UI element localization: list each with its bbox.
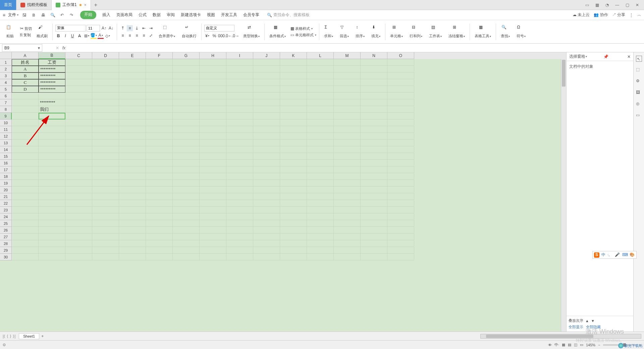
- cell[interactable]: [173, 166, 200, 173]
- cell[interactable]: [226, 227, 253, 234]
- cell[interactable]: [280, 119, 307, 126]
- cell[interactable]: [146, 140, 173, 146]
- cell[interactable]: [280, 146, 307, 153]
- cell[interactable]: [253, 193, 280, 200]
- align-bottom-icon[interactable]: ⤓: [134, 25, 140, 31]
- font-name-select[interactable]: [55, 25, 86, 32]
- cell[interactable]: [200, 153, 226, 160]
- cell[interactable]: [12, 166, 39, 173]
- cell[interactable]: [92, 106, 119, 113]
- cell[interactable]: [226, 220, 253, 227]
- cell[interactable]: [387, 99, 414, 106]
- cell[interactable]: [361, 119, 387, 126]
- percent-icon[interactable]: %: [211, 33, 217, 39]
- cell[interactable]: [119, 160, 146, 166]
- cell[interactable]: [307, 113, 334, 119]
- cell[interactable]: [65, 66, 92, 72]
- grid-icon[interactable]: ▦: [594, 2, 600, 8]
- cell[interactable]: [200, 180, 226, 187]
- cell[interactable]: [387, 72, 414, 79]
- data-cell[interactable]: *********: [39, 72, 65, 79]
- eye-icon[interactable]: 👁: [548, 343, 552, 347]
- cell[interactable]: [226, 166, 253, 173]
- cell[interactable]: [334, 160, 361, 166]
- border-icon[interactable]: ⊞▾: [84, 33, 90, 39]
- cell[interactable]: [65, 166, 92, 173]
- cell[interactable]: [200, 59, 226, 66]
- ribbon-tab-view[interactable]: 视图: [207, 11, 215, 19]
- cell[interactable]: [280, 126, 307, 133]
- cell[interactable]: [307, 180, 334, 187]
- cell[interactable]: [65, 200, 92, 207]
- cell[interactable]: [253, 66, 280, 72]
- paste-button[interactable]: 📋 粘贴: [4, 24, 16, 39]
- cell[interactable]: [361, 99, 387, 106]
- cell[interactable]: [387, 146, 414, 153]
- ime-skin-icon[interactable]: 🎨: [630, 252, 635, 258]
- row-header-18[interactable]: 18: [0, 173, 12, 180]
- cell[interactable]: [65, 180, 92, 187]
- cell[interactable]: [92, 126, 119, 133]
- cell[interactable]: [307, 220, 334, 227]
- cell[interactable]: [361, 126, 387, 133]
- data-cell[interactable]: 工资: [39, 59, 65, 66]
- cell[interactable]: [119, 59, 146, 66]
- cell[interactable]: [387, 79, 414, 86]
- row-header-10[interactable]: 10: [0, 119, 12, 126]
- cell[interactable]: [307, 106, 334, 113]
- ribbon-tab-member[interactable]: 会员专享: [243, 11, 259, 19]
- cell[interactable]: [387, 227, 414, 234]
- italic-icon[interactable]: I: [62, 33, 68, 39]
- cell[interactable]: [146, 227, 173, 234]
- cell[interactable]: [200, 72, 226, 79]
- cell[interactable]: [173, 234, 200, 240]
- cell[interactable]: [334, 93, 361, 99]
- pane-close-icon[interactable]: ✕: [627, 54, 631, 59]
- data-cell[interactable]: 我们: [39, 106, 65, 113]
- clear-format-icon[interactable]: ◇▾: [105, 33, 111, 39]
- inc-decimal-icon[interactable]: .0←: [225, 33, 231, 39]
- cell[interactable]: [226, 93, 253, 99]
- cell[interactable]: [307, 59, 334, 66]
- zoom-value[interactable]: 145%: [586, 343, 595, 347]
- command-search[interactable]: 🔍 查找命令、搜索模板: [265, 11, 312, 19]
- row-header-24[interactable]: 24: [0, 213, 12, 220]
- pointer-icon[interactable]: ↖: [636, 56, 642, 62]
- row-header-19[interactable]: 19: [0, 180, 12, 187]
- cell[interactable]: [39, 254, 65, 260]
- cell[interactable]: [146, 146, 173, 153]
- cell[interactable]: [280, 99, 307, 106]
- settings-icon[interactable]: ⚙: [636, 79, 642, 85]
- cell[interactable]: [92, 79, 119, 86]
- cell[interactable]: [39, 200, 65, 207]
- cell[interactable]: [200, 240, 226, 247]
- cell[interactable]: [361, 86, 387, 93]
- cell[interactable]: [361, 193, 387, 200]
- cell[interactable]: [280, 160, 307, 166]
- cell[interactable]: [253, 93, 280, 99]
- cell[interactable]: [307, 126, 334, 133]
- cell[interactable]: [226, 126, 253, 133]
- cell[interactable]: [92, 213, 119, 220]
- cell[interactable]: [12, 200, 39, 207]
- sheet-prev-icon[interactable]: ⟨: [7, 334, 8, 339]
- cell[interactable]: [65, 146, 92, 153]
- align-left-icon[interactable]: ≡: [120, 33, 126, 39]
- cell[interactable]: [12, 99, 39, 106]
- cell[interactable]: [387, 160, 414, 166]
- cell[interactable]: [119, 173, 146, 180]
- cell[interactable]: [334, 254, 361, 260]
- cell[interactable]: [119, 193, 146, 200]
- cell[interactable]: [119, 126, 146, 133]
- cell[interactable]: [119, 254, 146, 260]
- cell[interactable]: [253, 240, 280, 247]
- row-header-29[interactable]: 29: [0, 247, 12, 254]
- cell[interactable]: [92, 59, 119, 66]
- col-header-G[interactable]: G: [173, 52, 200, 59]
- cell[interactable]: [119, 133, 146, 140]
- cell[interactable]: [280, 133, 307, 140]
- cell[interactable]: [92, 187, 119, 193]
- cell[interactable]: [280, 220, 307, 227]
- cell[interactable]: [361, 79, 387, 86]
- cell[interactable]: [12, 207, 39, 213]
